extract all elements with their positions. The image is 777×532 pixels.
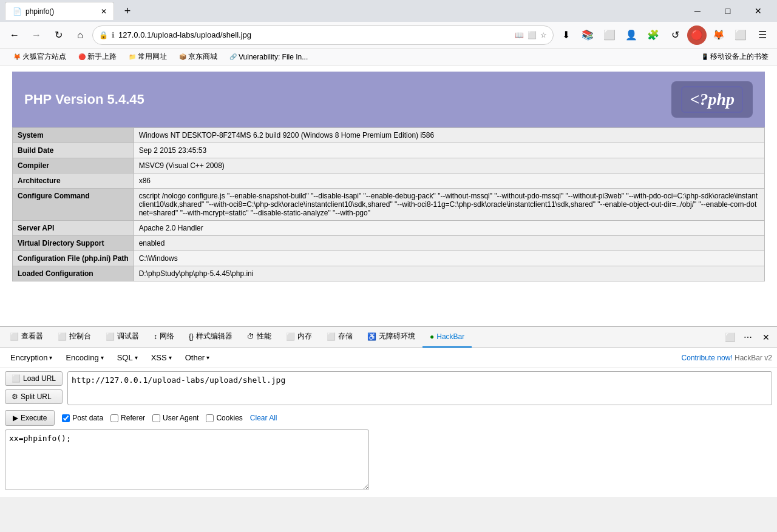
lock-icon: 🔒 bbox=[99, 31, 108, 39]
table-key-cell: Configure Command bbox=[13, 189, 134, 221]
bookmarks-bar: 🦊 火狐官方站点 🔴 新手上路 📁 常用网址 📦 京东商城 🔗 Vulnerab… bbox=[0, 49, 777, 66]
forward-button[interactable]: → bbox=[27, 25, 46, 45]
history-button[interactable]: ↺ bbox=[665, 25, 685, 45]
reload-button[interactable]: ↻ bbox=[49, 25, 68, 45]
referer-checkbox[interactable] bbox=[110, 414, 118, 422]
sql-menu[interactable]: SQL ▾ bbox=[112, 351, 143, 365]
hackbar-dot-icon: ● bbox=[430, 332, 434, 341]
devtools-panel: ⬜ 查看器 ⬜ 控制台 ⬜ 调试器 ↕ 网络 {} 样式编辑器 ⏱ 性能 bbox=[0, 326, 777, 497]
table-row: Configuration File (php.ini) PathC:\Wind… bbox=[13, 251, 765, 266]
table-row: Configure Commandcscript /nologo configu… bbox=[13, 189, 765, 221]
bookmark-beginner[interactable]: 🔴 新手上路 bbox=[75, 50, 120, 63]
console-icon: ⬜ bbox=[58, 332, 67, 341]
cookies-checkbox-label[interactable]: Cookies bbox=[206, 414, 242, 422]
url-input[interactable] bbox=[67, 371, 772, 405]
devtool-tab-style-editor[interactable]: {} 样式编辑器 bbox=[182, 327, 240, 348]
bookmark-common[interactable]: 📁 常用网址 bbox=[125, 50, 171, 63]
bookmark-fox-site[interactable]: 🦊 火狐官方站点 bbox=[10, 50, 70, 63]
post-data-checkbox[interactable] bbox=[62, 414, 70, 422]
dock-button[interactable]: ⬜ bbox=[721, 329, 738, 346]
bookmark-label: 京东商城 bbox=[188, 52, 217, 62]
load-url-button[interactable]: ⬜ Load URL bbox=[5, 371, 63, 386]
bookmark-vuln[interactable]: 🔗 Vulnerability: File In... bbox=[226, 52, 311, 62]
minimize-button[interactable]: ─ bbox=[684, 2, 711, 20]
encoding-menu[interactable]: Encoding ▾ bbox=[60, 351, 109, 365]
cookies-checkbox[interactable] bbox=[206, 414, 214, 422]
mobile-icon: 📱 bbox=[701, 53, 708, 60]
split-url-button[interactable]: ⚙ Split URL bbox=[5, 389, 63, 404]
table-key-cell: Compiler bbox=[13, 158, 134, 173]
php-logo: <?php bbox=[671, 81, 753, 118]
extensions-button[interactable]: 🧩 bbox=[643, 25, 663, 45]
execute-button[interactable]: ▶ Execute bbox=[5, 410, 55, 426]
sql-arrow: ▾ bbox=[135, 354, 138, 361]
firefox-button[interactable]: 🦊 bbox=[709, 25, 728, 45]
devtool-tab-storage[interactable]: ⬜ 存储 bbox=[319, 327, 360, 348]
hackbar-version: HackBar v2 bbox=[735, 354, 772, 362]
page-content: PHP Version 5.4.45 <?php SystemWindows N… bbox=[0, 66, 777, 326]
bookmark-icon: ☆ bbox=[540, 31, 547, 39]
encryption-arrow: ▾ bbox=[49, 354, 52, 361]
encoding-arrow: ▾ bbox=[101, 354, 104, 361]
reader-mode-icon: 📖 bbox=[515, 31, 524, 39]
table-value-cell: cscript /nologo configure.js "--enable-s… bbox=[134, 189, 764, 221]
table-value-cell: Windows NT DESKTOP-8F2T4MS 6.2 build 920… bbox=[134, 128, 764, 143]
maximize-button[interactable]: □ bbox=[714, 2, 742, 20]
phpinfo-table: SystemWindows NT DESKTOP-8F2T4MS 6.2 bui… bbox=[12, 127, 765, 281]
clear-all-button[interactable]: Clear All bbox=[250, 414, 277, 422]
home-button[interactable]: ⌂ bbox=[70, 25, 90, 45]
profile-button[interactable]: ⬜ bbox=[731, 25, 750, 45]
devtool-tab-accessibility[interactable]: ♿ 无障碍环境 bbox=[360, 327, 422, 348]
beginner-icon: 🔴 bbox=[78, 53, 86, 60]
debugger-icon: ⬜ bbox=[106, 332, 115, 341]
other-label: Other bbox=[185, 353, 205, 362]
post-data-checkbox-label[interactable]: Post data bbox=[62, 414, 103, 422]
devtool-tab-console[interactable]: ⬜ 控制台 bbox=[50, 327, 98, 348]
encryption-label: Encryption bbox=[10, 353, 47, 362]
browser-tab[interactable]: 📄 phpinfo() ✕ bbox=[5, 2, 114, 20]
table-row: CompilerMSVC9 (Visual C++ 2008) bbox=[13, 158, 765, 173]
xss-menu[interactable]: XSS ▾ bbox=[146, 351, 177, 365]
account-button[interactable]: 👤 bbox=[622, 25, 641, 45]
back-button[interactable]: ← bbox=[5, 25, 24, 45]
tab-close-button[interactable]: ✕ bbox=[99, 7, 109, 16]
other-menu[interactable]: Other ▾ bbox=[180, 351, 215, 365]
common-icon: 📁 bbox=[129, 53, 136, 60]
close-button[interactable]: ✕ bbox=[744, 2, 772, 20]
xss-label: XSS bbox=[151, 353, 167, 362]
php-version: PHP Version 5.4.45 bbox=[24, 92, 144, 107]
synced-tabs-button[interactable]: ⬜ bbox=[600, 25, 619, 45]
bookmark-jd[interactable]: 📦 京东商城 bbox=[175, 50, 221, 63]
encryption-menu[interactable]: Encryption ▾ bbox=[5, 351, 58, 365]
execute-icon: ▶ bbox=[13, 414, 18, 422]
devtool-tab-network[interactable]: ↕ 网络 bbox=[146, 327, 182, 348]
inspect-icon: ⬜ bbox=[10, 332, 19, 341]
referer-checkbox-label[interactable]: Referer bbox=[110, 414, 145, 422]
storage-icon: ⬜ bbox=[327, 332, 336, 341]
address-bar-container[interactable]: 🔒 ℹ 📖 ⬜ ☆ bbox=[92, 25, 554, 45]
devtool-tab-performance[interactable]: ⏱ 性能 bbox=[240, 327, 279, 348]
bookmarks-button[interactable]: 📚 bbox=[578, 25, 597, 45]
accessibility-icon: ♿ bbox=[367, 332, 376, 341]
user-agent-checkbox[interactable] bbox=[152, 414, 160, 422]
close-devtools-button[interactable]: ✕ bbox=[758, 329, 775, 346]
post-data-input[interactable] bbox=[5, 429, 369, 490]
user-agent-checkbox-label[interactable]: User Agent bbox=[152, 414, 198, 422]
menu-button[interactable]: ☰ bbox=[753, 25, 772, 45]
window-controls: ─ □ ✕ bbox=[684, 2, 772, 20]
bookmark-mobile[interactable]: 📱 移动设备上的书签 bbox=[697, 50, 772, 63]
download-icon-button[interactable]: ⬇ bbox=[556, 25, 575, 45]
search-button[interactable]: 🔴 bbox=[687, 25, 707, 45]
more-options-button[interactable]: ⋯ bbox=[739, 329, 756, 346]
navigation-bar: ← → ↻ ⌂ 🔒 ℹ 📖 ⬜ ☆ ⬇ 📚 ⬜ 👤 🧩 ↺ 🔴 🦊 ⬜ ☰ bbox=[0, 22, 777, 49]
devtool-tab-hackbar[interactable]: ● HackBar bbox=[422, 327, 472, 348]
devtool-tab-debugger[interactable]: ⬜ 调试器 bbox=[98, 327, 146, 348]
devtool-tab-memory[interactable]: ⬜ 内存 bbox=[279, 327, 319, 348]
new-tab-button[interactable]: + bbox=[119, 2, 136, 19]
tab-label: 性能 bbox=[257, 331, 271, 342]
address-input[interactable] bbox=[118, 30, 511, 39]
contribute-link[interactable]: Contribute now! bbox=[682, 354, 733, 362]
devtool-tab-inspector[interactable]: ⬜ 查看器 bbox=[2, 327, 50, 348]
table-value-cell: D:\phpStudy\php\php-5.4.45\php.ini bbox=[134, 266, 764, 281]
hackbar-url-row: ⬜ Load URL ⚙ Split URL bbox=[0, 368, 777, 409]
